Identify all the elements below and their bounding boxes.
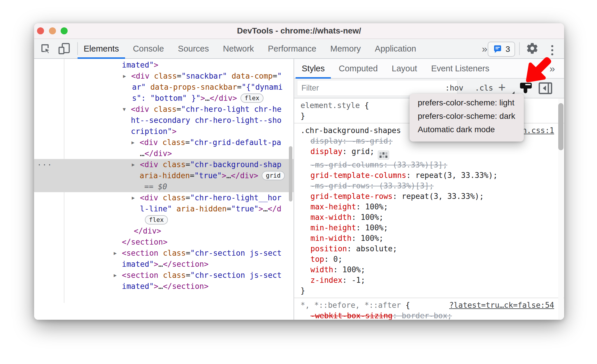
- code-token: display: -ms-grid;: [310, 137, 393, 145]
- code-token: class: [163, 160, 185, 169]
- code-token: :: [352, 234, 361, 243]
- node-options-dots[interactable]: ...: [37, 157, 52, 168]
- code-token: data-comp: [231, 72, 273, 80]
- vertical-scrollbar-thumb[interactable]: [558, 103, 563, 150]
- code-token: data-props-snackbar: [150, 83, 237, 91]
- css-line[interactable]: -ms-grid-columns: (33.33%)[3];: [294, 160, 564, 170]
- styles-filter-input[interactable]: [297, 80, 457, 96]
- grid-editor-icon[interactable]: [378, 151, 389, 160]
- css-line[interactable]: display: grid;: [294, 146, 564, 160]
- code-token: :: [393, 192, 402, 201]
- tab-memory[interactable]: Memory: [323, 39, 368, 58]
- css-line[interactable]: grid-template-columns: repeat(3, 33.33%)…: [294, 170, 564, 181]
- css-line[interactable]: max-height: 100%;: [294, 202, 564, 212]
- code-token: cription": [131, 127, 172, 136]
- code-token: grid;: [352, 147, 374, 156]
- sidebar-tab-layout[interactable]: Layout: [385, 59, 424, 78]
- dom-tree-line[interactable]: ▼<div class="chr-hero-light chr-he: [34, 104, 294, 115]
- dom-tree-line[interactable]: ▶<div class="snackbar" data-comp=": [34, 70, 294, 82]
- dom-tree-line[interactable]: imated">…</section>: [34, 281, 294, 292]
- dom-tree-line[interactable]: ar" data-props-snackbar="{"dynami: [34, 82, 294, 93]
- code-token: -ms-grid-rows: (33.33%)[3];: [310, 181, 434, 190]
- tab-application[interactable]: Application: [368, 39, 423, 58]
- css-line[interactable]: min-width: 100%;: [294, 233, 564, 243]
- dom-tree-line[interactable]: </section>: [34, 236, 294, 248]
- code-token: </d: [268, 204, 281, 213]
- expand-closed-arrow-icon[interactable]: ▶: [132, 192, 135, 203]
- dom-tree-line[interactable]: aria-hidden="true">…</div>grid: [34, 170, 294, 181]
- css-line[interactable]: position: absolute;: [294, 243, 564, 254]
- dom-tree-line[interactable]: cription">: [34, 126, 294, 137]
- expand-closed-arrow-icon[interactable]: ▶: [131, 137, 134, 148]
- dropdown-item[interactable]: Automatic dark mode: [410, 123, 524, 136]
- expand-open-arrow-icon[interactable]: ▼: [123, 104, 126, 115]
- css-line[interactable]: z-index: -1;: [294, 275, 564, 285]
- css-line[interactable]: width: 100%;: [294, 264, 564, 275]
- code-token: [158, 193, 163, 202]
- tab-elements[interactable]: Elements: [77, 39, 126, 58]
- code-token: : border-box;: [393, 311, 452, 320]
- stylesheet-link[interactable]: n.css:1: [522, 125, 554, 136]
- dom-tree-line[interactable]: l-line" aria-hidden="true">…</d: [34, 203, 294, 214]
- dom-tree-line[interactable]: ht--secondary chr-hero-light--sho: [34, 115, 294, 126]
- dropdown-item[interactable]: prefers-color-scheme: dark: [410, 109, 524, 123]
- device-toolbar-icon[interactable]: [57, 42, 71, 55]
- expand-closed-arrow-icon[interactable]: ▶: [123, 70, 126, 82]
- css-line[interactable]: -webkit-box-sizing: border-box;: [294, 310, 564, 320]
- css-line[interactable]: grid-template-rows: repeat(3, 33.33%);: [294, 191, 564, 202]
- stylesheet-link[interactable]: ?latest=tru…ck=false:54: [449, 300, 554, 310]
- code-token: :: [343, 147, 352, 156]
- dom-tree-line[interactable]: flex: [34, 214, 294, 225]
- code-token: repeat(3, 33.33%);: [402, 192, 484, 201]
- code-token: 0;: [333, 255, 342, 264]
- expand-closed-arrow-icon[interactable]: ▶: [132, 159, 135, 170]
- expand-closed-arrow-icon[interactable]: ▶: [114, 248, 117, 259]
- code-token: .chr-background-shapes: [301, 126, 401, 135]
- code-token: ht--secondary chr-hero-light--sho: [131, 116, 282, 125]
- code-token: ": [277, 72, 282, 80]
- css-line[interactable]: }: [294, 285, 564, 296]
- dom-tree-line[interactable]: s": "bottom" }">…</div>flex: [34, 93, 294, 104]
- code-token: </div>: [231, 171, 258, 180]
- code-token: min-height: [310, 223, 356, 232]
- tab-performance[interactable]: Performance: [261, 39, 323, 58]
- code-token: =: [226, 204, 231, 213]
- dom-tree-line[interactable]: == $0: [34, 181, 294, 192]
- code-token: "chr-background-shap: [190, 160, 281, 169]
- code-token: =: [186, 160, 190, 169]
- tab-network[interactable]: Network: [216, 39, 261, 58]
- code-token: ==: [144, 182, 158, 191]
- flex-badge[interactable]: flex: [145, 215, 168, 225]
- sidebar-tab-computed[interactable]: Computed: [332, 59, 385, 78]
- inspect-element-icon[interactable]: [39, 42, 52, 55]
- dropdown-item[interactable]: prefers-color-scheme: light: [410, 96, 524, 109]
- css-line[interactable]: max-width: 100%;: [294, 212, 564, 222]
- sidebar-tab-event-listeners[interactable]: Event Listeners: [424, 59, 496, 78]
- sidebar-tab-styles[interactable]: Styles: [295, 59, 332, 78]
- dom-tree-line[interactable]: ▶...<div class="chr-background-shap: [34, 159, 294, 170]
- css-line[interactable]: min-height: 100%;: [294, 222, 564, 233]
- flex-badge[interactable]: flex: [240, 93, 264, 103]
- dom-tree-line[interactable]: imated">…</section>: [34, 259, 294, 270]
- code-token: <div: [140, 193, 158, 202]
- dom-tree-line[interactable]: ▶<section class="chr-section js-sect: [34, 270, 294, 281]
- css-line[interactable]: top: 0;: [294, 254, 564, 264]
- tab-sources[interactable]: Sources: [171, 39, 216, 58]
- dom-tree-line[interactable]: ▶<div class="chr-hero-light__hor: [34, 192, 294, 203]
- dom-tree-line[interactable]: ▶<div class="chr-grid-default-pa: [34, 137, 294, 148]
- notification-count: 3: [505, 45, 510, 54]
- code-token: :: [356, 202, 365, 211]
- tab-console[interactable]: Console: [126, 39, 171, 58]
- css-line[interactable]: -ms-grid-rows: (33.33%)[3];: [294, 181, 564, 191]
- grid-badge[interactable]: grid: [262, 171, 285, 180]
- dom-tree-line[interactable]: imated">: [34, 59, 294, 70]
- css-line[interactable]: *, *::before, *::after {?latest=tru…ck=f…: [294, 300, 564, 310]
- dom-tree-line[interactable]: ▶<section class="chr-section js-sect: [34, 248, 294, 259]
- feedback-chat-button[interactable]: 3: [488, 42, 515, 57]
- dom-tree-line[interactable]: …</div>: [34, 148, 294, 159]
- vertical-scrollbar-thumb[interactable]: [289, 146, 292, 202]
- code-token: class: [162, 138, 185, 147]
- screenshot-stage: DevTools - chrome://whats-new/: [0, 0, 597, 364]
- dom-tree-line[interactable]: </div>: [34, 225, 294, 236]
- expand-closed-arrow-icon[interactable]: ▶: [114, 270, 117, 281]
